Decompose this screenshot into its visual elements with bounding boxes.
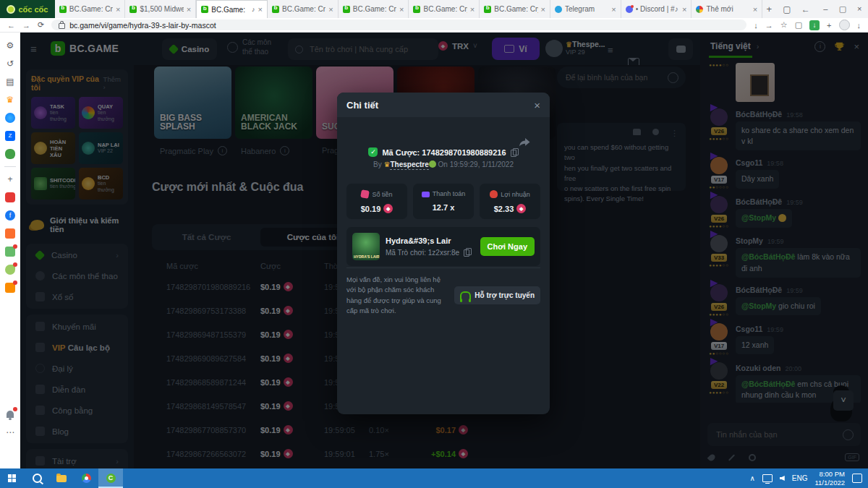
share-icon[interactable]: →	[765, 21, 773, 30]
start-button[interactable]	[0, 468, 25, 488]
new-tab-button[interactable]: +	[762, 0, 775, 18]
bookmark-star-icon[interactable]: ☆	[780, 20, 788, 30]
extensions-icon[interactable]: +	[827, 21, 831, 30]
browser-navbar: ← → ⟳ bc.game/vi/game/hydra-39-s-lair-by…	[0, 18, 868, 33]
bcgame-favicon	[201, 6, 208, 13]
download-arrow-icon[interactable]: ↓	[857, 21, 861, 30]
window-close-button[interactable]: ×	[851, 0, 868, 18]
browser-brand[interactable]: cốc cốc	[0, 0, 55, 18]
network-icon[interactable]	[762, 474, 773, 482]
copy-icon[interactable]	[511, 148, 519, 157]
game-code: Mã Trò chơi: 1z2xsr:8e	[386, 249, 459, 257]
tab-audio-icon[interactable]: ♪	[252, 6, 255, 13]
more-dots-icon[interactable]: ⋯	[4, 427, 16, 438]
gamepad-icon[interactable]	[4, 148, 16, 160]
tray-expand-icon[interactable]: ∧	[749, 474, 754, 482]
browser-tab[interactable]: BC.Game: Cryp×	[339, 0, 409, 18]
modal-close-icon[interactable]: ×	[534, 99, 540, 111]
browser-tab[interactable]: Thẻ mới×	[692, 0, 762, 18]
tab-close-icon[interactable]: ×	[470, 5, 475, 14]
chrome-taskbar-icon[interactable]	[74, 468, 98, 488]
tab-close-icon[interactable]: ×	[399, 5, 404, 14]
system-tray: ∧ ENG 8:00 PM11/1/2022	[749, 470, 868, 487]
volume-icon[interactable]	[780, 476, 785, 481]
tab-close-icon[interactable]: ×	[116, 5, 120, 14]
lock-icon[interactable]	[59, 23, 65, 29]
tab-close-icon[interactable]: ×	[258, 5, 263, 14]
tab-close-icon[interactable]: ×	[753, 5, 757, 14]
tab-close-icon[interactable]: ×	[682, 5, 686, 14]
browser-tab[interactable]: BC.Game: Cry×	[409, 0, 480, 18]
url-text[interactable]: bc.game/vi/game/hydra-39-s-lair-by-masco…	[69, 21, 216, 30]
bet-datetime: 19:59:29, 1/11/2022	[450, 160, 514, 168]
back-icon[interactable]: ←	[7, 21, 15, 30]
stat-payout: Thanh toán 12.7 x	[413, 184, 474, 219]
browser-tab[interactable]: • Discord | #♪×	[621, 0, 692, 18]
divider	[4, 166, 16, 167]
settings-gear-icon[interactable]: ⚙	[4, 40, 16, 51]
taskbar-search-icon[interactable]	[25, 468, 49, 488]
support-row: Mọi vấn đề, xin vui lòng liên hệ với bộ …	[346, 275, 540, 316]
coccoc-taskbar-icon[interactable]: C	[98, 468, 123, 488]
browser-tab[interactable]: $1,500 Midwe×	[125, 0, 196, 18]
input-language[interactable]: ENG	[792, 474, 808, 482]
copy-icon[interactable]	[464, 248, 472, 257]
messenger-icon[interactable]	[4, 112, 16, 124]
reload-icon[interactable]: ⟳	[38, 20, 44, 30]
crown-icon[interactable]: ♛	[4, 94, 16, 106]
trx-coin-icon: ◆	[516, 204, 526, 213]
bet-by-row: By ♛Thespectre On 19:59:29, 1/11/2022	[337, 160, 550, 168]
forward-icon[interactable]: →	[22, 21, 30, 30]
notification-bell-icon[interactable]	[4, 408, 16, 420]
reading-list-icon[interactable]: ▤	[4, 76, 16, 87]
tab-close-icon[interactable]: ×	[328, 5, 333, 14]
browser-tab-active[interactable]: BC.Game:♪×	[196, 0, 268, 18]
shop-icon[interactable]	[4, 228, 16, 239]
bet-stats: Số tiền $0.19◆ Thanh toán 12.7 x Lợi nhu…	[346, 184, 540, 219]
add-sidebar-icon[interactable]: +	[4, 174, 16, 185]
sprout-icon[interactable]	[4, 264, 16, 275]
bcgame-favicon	[59, 6, 67, 13]
bet-id-row: ✓ Mã Cược: 1748298701980889216	[337, 147, 550, 157]
bcgame-favicon	[343, 6, 350, 13]
browser-tab[interactable]: BC.Game: Cryp×	[55, 0, 126, 18]
bcgame-favicon	[129, 6, 137, 13]
file-explorer-icon[interactable]	[49, 468, 74, 488]
zalo-icon[interactable]: Z	[4, 130, 16, 142]
action-center-icon[interactable]	[852, 474, 862, 483]
browser-tab[interactable]: Telegram×	[550, 0, 621, 18]
telegram-favicon	[555, 6, 562, 13]
recently-closed-icon[interactable]: ←	[801, 4, 810, 14]
download-tray-icon[interactable]: ↓	[754, 21, 758, 30]
browser-profile-icon[interactable]	[839, 20, 850, 30]
windows-taskbar: C ∧ ENG 8:00 PM11/1/2022	[0, 468, 868, 488]
browser-tab-strip: cốc cốc BC.Game: Cryp× $1,500 Midwe× BC.…	[0, 0, 868, 18]
youtube-icon[interactable]	[4, 192, 16, 203]
gift-icon[interactable]	[4, 246, 16, 257]
tab-search-icon[interactable]: ▢	[783, 4, 791, 14]
shield-icon[interactable]: ▢	[795, 20, 802, 30]
facebook-icon[interactable]: f	[4, 210, 16, 221]
downloader-icon[interactable]: ↓	[809, 20, 820, 30]
browser-tab[interactable]: BC.Game: Cryp×	[268, 0, 339, 18]
divider	[346, 267, 540, 268]
game-thumbnail[interactable]: HYDRA'S LAIR	[352, 233, 380, 260]
browser-tab[interactable]: BC.Game: Cryp×	[480, 0, 550, 18]
taskbar-clock[interactable]: 8:00 PM11/1/2022	[814, 470, 845, 487]
address-bar[interactable]: bc.game/vi/game/hydra-39-s-lair-by-masco…	[51, 20, 746, 30]
bcgame-favicon	[272, 6, 279, 13]
play-now-button[interactable]: Chơi Ngay	[480, 237, 535, 256]
stat-amount: Số tiền $0.19◆	[346, 184, 407, 219]
tab-close-icon[interactable]: ×	[611, 5, 616, 14]
discord-favicon	[626, 6, 633, 13]
bet-author[interactable]: Thespectre	[390, 160, 428, 170]
window-minimize-button[interactable]: –	[817, 0, 834, 18]
window-maximize-button[interactable]: ▢	[834, 0, 851, 18]
game-title: Hydra&#39;s Lair	[386, 236, 475, 245]
history-icon[interactable]: ↺	[4, 58, 16, 69]
tab-close-icon[interactable]: ×	[541, 5, 545, 14]
verified-shield-icon: ✓	[368, 147, 378, 157]
live-support-button[interactable]: Hỗ trợ trực tuyến	[454, 286, 540, 304]
tab-close-icon[interactable]: ×	[187, 5, 191, 14]
cart-icon[interactable]	[4, 282, 16, 294]
